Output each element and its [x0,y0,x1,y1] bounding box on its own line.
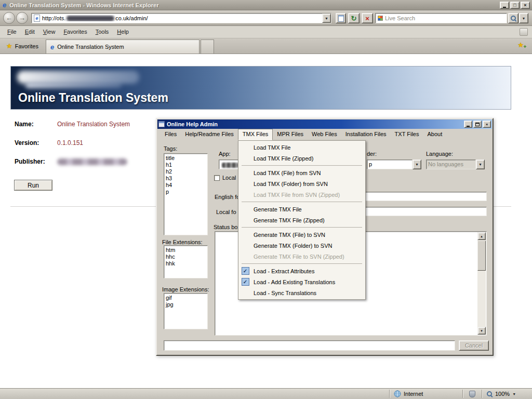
list-item[interactable]: h4 [165,182,207,189]
status-icon-panel[interactable] [463,389,482,399]
menu-item[interactable]: ✓ Generate TMX (File) to SVN [239,229,365,240]
refresh-button[interactable]: ↻ [348,13,360,23]
app-window-icon [158,121,165,127]
page-viewport: Online Translation System Name: Online T… [0,54,532,388]
browser-menu-item[interactable]: File [3,26,21,38]
file-extensions-listbox[interactable]: htmhhchhk [164,245,208,278]
list-item[interactable]: jpg [165,301,207,308]
tmx-files-dropdown-menu: ✓ Load TMX File ✓ Load TMX File (Zipped)… [238,140,366,300]
list-item[interactable]: htm [165,247,207,254]
app-menu-item[interactable]: About [423,129,446,140]
browser-menu-item[interactable]: View [39,26,60,38]
address-bar[interactable]: e http://ots.co.uk/admin/ ▼ [31,13,331,23]
file-extensions-label: File Extensions: [162,239,203,245]
image-extensions-label: Image Extensions: [162,286,209,292]
maximize-button[interactable] [473,121,482,128]
menu-item[interactable]: ✓ Load TMX File (Zipped) [239,153,365,164]
page-button[interactable] [336,13,346,23]
progress-field [164,340,455,351]
list-item[interactable]: hhk [165,260,207,267]
app-menu-item[interactable]: MPR Files [273,129,308,140]
menu-item[interactable]: ✓ Load TMX (File) from SVN [239,167,365,178]
address-url[interactable]: http://ots.co.uk/admin/ [42,15,322,21]
add-favorite-star-icon[interactable]: ★+ [517,42,524,48]
dropdown-arrow-button[interactable]: ▼ [413,159,421,169]
list-item[interactable]: p [165,189,207,195]
list-item[interactable]: gif [165,295,207,301]
menu-check-gutter: ✓ [240,288,250,298]
tags-listbox[interactable]: titleh1h2h3h4p [164,153,208,235]
folder-combobox[interactable]: p ▼ [367,159,421,169]
list-item[interactable]: hhc [165,254,207,260]
run-button[interactable]: Run [14,180,52,191]
toolbar-options-icon[interactable] [520,28,528,36]
menu-item[interactable]: ✓ Load - Add Existing Translations [239,276,365,287]
scrollbar-thumb[interactable] [477,241,486,271]
app-menu-item[interactable]: Files [161,129,181,140]
search-box[interactable] [375,13,507,23]
folder-value: p [367,159,413,169]
scroll-down-button[interactable]: ▼ [477,327,486,335]
browser-status-bar: Internet 100% ▼ [0,388,532,399]
refresh-icon: ↻ [351,15,357,22]
page-icon [338,15,344,22]
browser-menu-item[interactable]: Tools [91,26,113,38]
menu-item-label: Load TMX File [254,144,290,151]
zoom-magnifier-icon [486,391,493,397]
list-item[interactable]: h3 [165,175,207,182]
list-item[interactable]: h1 [165,162,207,168]
minimize-button[interactable] [464,121,472,128]
app-menu-item[interactable]: TMX Files [238,129,273,140]
name-label: Name: [15,121,34,128]
menu-check-gutter: ✓ [240,142,250,152]
menu-item[interactable]: ✓ Generate TMX (Folder) to SVN [239,240,365,251]
menu-item[interactable]: ✓ Load - Extract Attributes [239,265,365,276]
browser-menu-item[interactable]: Favorites [59,26,91,38]
minimize-button[interactable] [500,2,509,9]
app-menu-item[interactable]: Web Files [308,129,341,140]
tab-online-translation-system[interactable]: e Online Translation System [46,39,200,54]
scroll-up-button[interactable]: ▲ [477,232,486,240]
back-arrow-icon: ← [6,14,12,22]
stop-button[interactable]: × [362,13,373,23]
forward-button[interactable]: → [16,12,28,24]
browser-title-bar[interactable]: e Online Translation System - Windows In… [0,0,532,10]
menu-check-gutter: ✓ [240,277,250,287]
app-menu-item[interactable]: Help/Readme Files [181,129,238,140]
menu-item[interactable]: ✓ Load - Sync Translations [239,287,365,298]
list-item[interactable]: h2 [165,168,207,175]
menu-item: ✓ Load TMX File from SVN (Zipped) [239,189,365,200]
checkbox-unchecked-icon[interactable] [214,175,220,181]
zoom-control[interactable]: 100% ▼ [482,389,532,399]
close-button[interactable]: × [483,121,491,128]
app-menu-item[interactable]: Installation Files [341,129,391,140]
close-button[interactable]: × [521,2,530,9]
maximize-button[interactable]: □ [510,2,520,9]
menu-item-label: Generate TMX File [254,206,302,212]
menu-check-gutter: ✓ [240,179,250,189]
menu-check-gutter: ✓ [240,266,250,276]
menu-item-label: Generate TMX (Folder) to SVN [254,243,332,249]
list-item[interactable]: title [165,155,207,162]
search-go-button[interactable] [508,13,518,23]
menu-item-label: Load TMX File (Zipped) [254,155,313,162]
menu-item[interactable]: ✓ Load TMX File [239,142,365,153]
menu-item[interactable]: ✓ Load TMX (Folder) from SVN [239,178,365,189]
browser-menu-item[interactable]: Edit [21,26,39,38]
app-title-bar[interactable]: Online Help Admin × [157,119,492,129]
favorites-button[interactable]: ★ Favorites [2,40,43,52]
menu-check-gutter: ✓ [240,215,250,225]
browser-menu-item[interactable]: Help [113,26,133,38]
local-checkbox-row[interactable]: Local [214,175,236,181]
menu-item[interactable]: ✓ Generate TMX File (Zipped) [239,215,365,225]
app-menu-item[interactable]: TXT Files [391,129,423,140]
image-extensions-listbox[interactable]: gifjpg [164,293,208,329]
menu-item-label: Load TMX File from SVN (Zipped) [254,192,340,198]
new-tab-stub[interactable] [201,39,214,54]
search-input[interactable] [385,15,507,21]
back-button[interactable]: ← [3,12,15,24]
menu-item[interactable]: ✓ Generate TMX File [239,204,365,215]
vertical-scrollbar[interactable]: ▲ ▼ [477,232,486,335]
address-dropdown-button[interactable]: ▼ [322,14,331,23]
search-options-button[interactable]: ▼ [519,13,528,23]
